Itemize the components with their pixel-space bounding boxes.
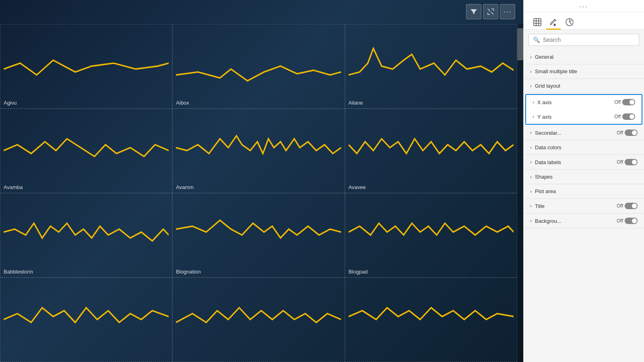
chevron-icon: › — [530, 54, 532, 60]
chevron-icon: › — [530, 189, 532, 194]
section-general-header[interactable]: › General — [524, 50, 644, 64]
list-item: Agivu — [0, 24, 172, 109]
list-item: Blognation — [172, 193, 345, 278]
secondary-toggle[interactable] — [625, 130, 638, 136]
chart-label: Blogpad — [349, 269, 368, 275]
chart-label: Blognation — [176, 269, 200, 275]
section-shapes: › Shapes — [524, 170, 644, 184]
section-label: Data colors — [535, 144, 638, 150]
chart-label: Avavee — [349, 184, 366, 190]
panel-content: › General › Small multiple title › Grid … — [524, 50, 644, 362]
section-plot-area: › Plot area — [524, 184, 644, 199]
secondary-toggle-container: Off — [617, 130, 638, 136]
search-input[interactable] — [543, 37, 635, 43]
section-shapes-header[interactable]: › Shapes — [524, 170, 644, 184]
title-toggle-container: Off — [617, 203, 638, 209]
toggle-off-label: Off — [617, 130, 623, 136]
right-panel: ··· — [523, 0, 644, 362]
chart-label: Babblestorm — [4, 269, 33, 275]
section-y-axis-header[interactable]: › Y axis Off — [526, 109, 642, 124]
section-label: Small multiple title — [535, 68, 638, 74]
panel-tabs — [524, 12, 644, 30]
chevron-icon: › — [530, 174, 532, 180]
more-button[interactable]: ··· — [500, 4, 515, 19]
toggle-off-label: Off — [617, 203, 623, 209]
y-axis-toggle[interactable] — [622, 113, 635, 120]
section-label: Secondar... — [535, 130, 614, 136]
section-label: General — [535, 54, 638, 60]
list-item: Avamm — [172, 109, 345, 193]
section-label: Shapes — [535, 174, 638, 180]
section-label: X axis — [537, 99, 612, 105]
chart-label: Agivu — [4, 100, 17, 106]
tab-format[interactable] — [546, 15, 561, 29]
search-box[interactable]: 🔍 — [528, 34, 639, 46]
chevron-icon: › — [530, 145, 532, 150]
chevron-icon: › — [530, 69, 532, 74]
small-multiples-grid: Agivu Aibox Ailane Avamba Avamm — [0, 24, 517, 362]
section-plot-area-header[interactable]: › Plot area — [524, 184, 644, 198]
list-item: Aibox — [172, 24, 345, 109]
section-x-axis: › X axis Off — [526, 95, 642, 109]
x-axis-toggle-container: Off — [614, 99, 635, 105]
chart-label: Ailane — [349, 100, 363, 106]
tab-analytics[interactable] — [562, 15, 577, 29]
background-toggle-container: Off — [617, 218, 638, 224]
section-background: › Backgrou... Off — [524, 214, 644, 228]
chevron-icon: › — [530, 203, 532, 209]
expand-button[interactable] — [483, 4, 498, 19]
section-x-axis-header[interactable]: › X axis Off — [526, 95, 642, 109]
background-toggle[interactable] — [625, 218, 638, 224]
section-title-header[interactable]: › Title Off — [524, 199, 644, 213]
section-data-colors-header[interactable]: › Data colors — [524, 140, 644, 154]
scrollbar-thumb[interactable] — [517, 28, 523, 60]
chevron-icon: › — [533, 114, 534, 119]
section-secondary: › Secondar... Off — [524, 125, 644, 140]
section-label: Plot area — [535, 188, 638, 194]
chevron-icon: › — [530, 218, 532, 224]
list-item — [345, 278, 517, 362]
toggle-off-label: Off — [617, 218, 623, 224]
x-axis-toggle[interactable] — [622, 99, 635, 105]
section-data-colors: › Data colors — [524, 140, 644, 155]
section-grid-layout: › Grid layout — [524, 79, 644, 93]
chevron-icon: › — [533, 99, 534, 105]
section-title: › Title Off — [524, 199, 644, 214]
chart-label: Avamba — [4, 184, 23, 190]
list-item — [172, 278, 345, 362]
chevron-icon: › — [530, 130, 532, 136]
svg-rect-0 — [534, 19, 541, 26]
chart-label: Aibox — [176, 100, 189, 106]
toggle-off-label: Off — [614, 114, 621, 119]
section-grid-layout-header[interactable]: › Grid layout — [524, 79, 644, 93]
section-general: › General — [524, 50, 644, 64]
section-y-axis: › Y axis Off — [526, 109, 642, 124]
filter-button[interactable] — [466, 4, 481, 19]
section-small-multiple-title-header[interactable]: › Small multiple title — [524, 64, 644, 78]
chart-toolbar: ··· — [466, 4, 515, 19]
highlighted-axes-section: › X axis Off › Y axis Off — [525, 94, 642, 125]
panel-more-icon[interactable]: ··· — [579, 3, 588, 10]
section-data-labels-header[interactable]: › Data labels Off — [524, 155, 644, 169]
data-labels-toggle-container: Off — [617, 159, 638, 165]
search-icon: 🔍 — [533, 37, 540, 43]
chevron-icon: › — [530, 159, 532, 165]
data-labels-toggle[interactable] — [625, 159, 638, 165]
toggle-off-label: Off — [614, 99, 621, 105]
title-toggle[interactable] — [625, 203, 638, 209]
section-label: Y axis — [537, 114, 612, 120]
chevron-icon: › — [530, 83, 532, 89]
chart-label: Avamm — [176, 184, 194, 190]
section-data-labels: › Data labels Off — [524, 155, 644, 170]
section-secondary-header[interactable]: › Secondar... Off — [524, 125, 644, 140]
tab-fields[interactable] — [530, 15, 545, 29]
section-label: Title — [535, 203, 614, 209]
toggle-off-label: Off — [617, 159, 623, 165]
y-axis-toggle-container: Off — [614, 113, 635, 120]
section-background-header[interactable]: › Backgrou... Off — [524, 214, 644, 228]
section-label: Backgrou... — [535, 218, 614, 224]
scrollbar[interactable] — [517, 24, 523, 362]
list-item: Avavee — [345, 109, 517, 193]
section-small-multiple-title: › Small multiple title — [524, 64, 644, 79]
section-label: Grid layout — [535, 83, 638, 89]
